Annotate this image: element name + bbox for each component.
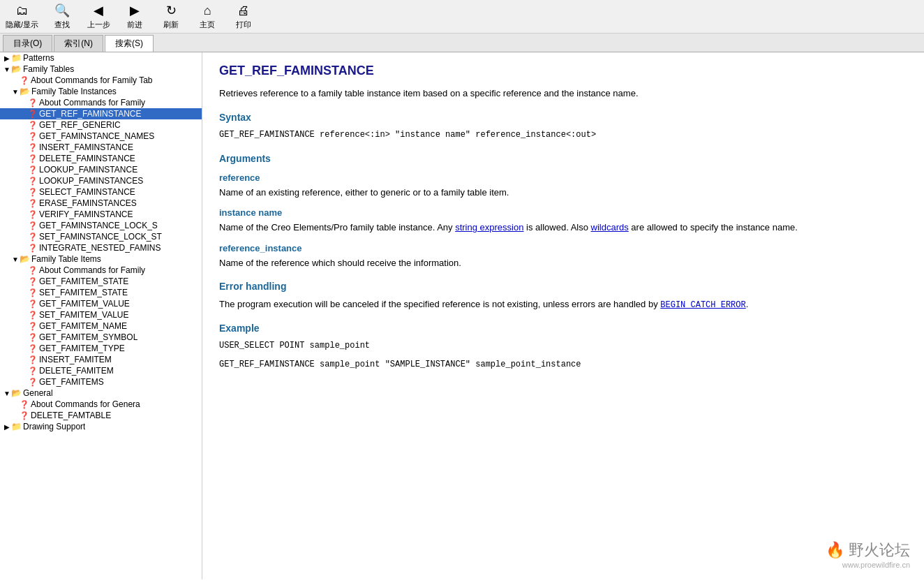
doc-icon: ❓ bbox=[28, 110, 38, 119]
sidebar-item-get-famitem-state[interactable]: ❓ GET_FAMITEM_STATE bbox=[0, 276, 202, 287]
arguments-section-title: Arguments bbox=[219, 153, 907, 164]
doc-icon: ❓ bbox=[28, 344, 38, 353]
sidebar-label-lookup-faminstances: LOOKUP_FAMINSTANCES bbox=[39, 176, 143, 186]
sidebar-label-get-famitem-symbol: GET_FAMITEM_SYMBOL bbox=[39, 332, 137, 342]
sidebar-item-insert-faminstance[interactable]: ❓ INSERT_FAMINSTANCE bbox=[0, 142, 202, 153]
string-expression-link[interactable]: string expression bbox=[455, 222, 523, 233]
sidebar-item-lookup-faminstance[interactable]: ❓ LOOKUP_FAMINSTANCE bbox=[0, 164, 202, 175]
param-instance-name: instance name bbox=[219, 207, 907, 218]
sidebar-item-set-famitem-value[interactable]: ❓ SET_FAMITEM_VALUE bbox=[0, 309, 202, 320]
back-button[interactable]: ◀ 上一步 bbox=[86, 3, 111, 30]
tab-index[interactable]: 索引(N) bbox=[54, 35, 103, 52]
doc-icon: ❓ bbox=[28, 188, 38, 197]
param-reference-name: reference bbox=[219, 172, 907, 183]
forward-label: 前进 bbox=[127, 20, 142, 30]
sidebar-item-family-table-instances[interactable]: ▼ 📂 Family Table Instances bbox=[0, 86, 202, 97]
sidebar-item-get-ref-faminstance[interactable]: ❓ GET_REF_FAMINSTANCE bbox=[0, 108, 202, 119]
doc-icon: ❓ bbox=[28, 221, 38, 230]
error-desc: The program execution will be canceled i… bbox=[219, 297, 907, 311]
sidebar-item-get-famitems[interactable]: ❓ GET_FAMITEMS bbox=[0, 376, 202, 388]
folder-icon: 📁 bbox=[11, 422, 22, 431]
syntax-section-title: Syntax bbox=[219, 112, 907, 123]
sidebar-item-verify-faminstance[interactable]: ❓ VERIFY_FAMINSTANCE bbox=[0, 209, 202, 220]
sidebar-item-get-famitem-value[interactable]: ❓ GET_FAMITEM_VALUE bbox=[0, 298, 202, 309]
search-button[interactable]: 🔍 查找 bbox=[50, 3, 75, 30]
wildcards-link[interactable]: wildcards bbox=[591, 222, 629, 233]
doc-icon: ❓ bbox=[20, 400, 29, 409]
sidebar-label-get-faminstance-names: GET_FAMINSTANCE_NAMES bbox=[39, 131, 154, 141]
sidebar-item-about-commands-genera[interactable]: ❓ About Commands for Genera bbox=[0, 399, 202, 410]
sidebar-item-set-famitem-state[interactable]: ❓ SET_FAMITEM_STATE bbox=[0, 287, 202, 298]
sidebar-item-about-commands-family-items[interactable]: ❓ About Commands for Family bbox=[0, 265, 202, 276]
sidebar-item-about-family-tab[interactable]: ❓ About Commands for Family Tab bbox=[0, 75, 202, 86]
sidebar-item-family-table-items[interactable]: ▼ 📂 Family Table Items bbox=[0, 253, 202, 265]
sidebar-item-get-famitem-symbol[interactable]: ❓ GET_FAMITEM_SYMBOL bbox=[0, 332, 202, 343]
sidebar-label-delete-famitem: DELETE_FAMITEM bbox=[39, 366, 114, 376]
sidebar-item-delete-famtable[interactable]: ❓ DELETE_FAMTABLE bbox=[0, 410, 202, 421]
forward-button[interactable]: ▶ 前进 bbox=[122, 3, 147, 30]
tab-contents[interactable]: 目录(O) bbox=[3, 35, 52, 52]
doc-icon: ❓ bbox=[28, 121, 38, 130]
sidebar-item-integrate-nested-famins[interactable]: ❓ INTEGRATE_NESTED_FAMINS bbox=[0, 242, 202, 253]
folder-icon: 📂 bbox=[20, 87, 30, 96]
refresh-button[interactable]: ↻ 刷新 bbox=[158, 3, 184, 30]
sidebar-item-delete-faminstance[interactable]: ❓ DELETE_FAMINSTANCE bbox=[0, 153, 202, 164]
sidebar-label-about-commands-family: About Commands for Family bbox=[39, 98, 145, 108]
example-section-title: Example bbox=[219, 323, 907, 334]
search-icon: 🔍 bbox=[54, 3, 70, 18]
sidebar-item-set-faminstance-lock-st[interactable]: ❓ SET_FAMINSTANCE_LOCK_ST bbox=[0, 231, 202, 242]
page-title: GET_REF_FAMINSTANCE bbox=[219, 64, 907, 78]
doc-icon: ❓ bbox=[28, 143, 38, 152]
home-button[interactable]: ⌂ 主页 bbox=[195, 3, 220, 30]
sidebar-item-delete-famitem[interactable]: ❓ DELETE_FAMITEM bbox=[0, 365, 202, 376]
sidebar-item-insert-famitem[interactable]: ❓ INSERT_FAMITEM bbox=[0, 354, 202, 365]
sidebar-item-general[interactable]: ▼ 📂 General bbox=[0, 388, 202, 399]
sidebar-label-patterns: Patterns bbox=[23, 53, 54, 63]
doc-icon: ❓ bbox=[28, 300, 38, 309]
sidebar-label-set-faminstance-lock-st: SET_FAMINSTANCE_LOCK_ST bbox=[39, 232, 162, 242]
print-label: 打印 bbox=[236, 20, 251, 30]
expand-icon: ▶ bbox=[3, 54, 11, 62]
doc-icon: ❓ bbox=[28, 177, 38, 186]
sidebar-label-family-tables: Family Tables bbox=[23, 64, 74, 74]
doc-icon: ❓ bbox=[28, 322, 38, 331]
expand-icon: ▼ bbox=[11, 88, 20, 96]
sidebar-item-family-tables[interactable]: ▼ 📂 Family Tables bbox=[0, 64, 202, 75]
toolbar: 🗂 隐藏/显示 🔍 查找 ◀ 上一步 ▶ 前进 ↻ 刷新 ⌂ 主页 🖨 打印 bbox=[0, 0, 924, 34]
sidebar-item-get-faminstance-lock-s[interactable]: ❓ GET_FAMINSTANCE_LOCK_S bbox=[0, 220, 202, 231]
sidebar-item-select-faminstance[interactable]: ❓ SELECT_FAMINSTANCE bbox=[0, 186, 202, 198]
doc-icon: ❓ bbox=[28, 244, 38, 253]
watermark-logo: 🔥 野火论坛 bbox=[826, 540, 910, 561]
sidebar-item-patterns[interactable]: ▶ 📁 Patterns bbox=[0, 52, 202, 64]
sidebar-label-delete-faminstance: DELETE_FAMINSTANCE bbox=[39, 154, 135, 163]
sidebar-item-get-famitem-type[interactable]: ❓ GET_FAMITEM_TYPE bbox=[0, 343, 202, 354]
back-label: 上一步 bbox=[87, 20, 110, 30]
hide-show-button[interactable]: 🗂 隐藏/显示 bbox=[6, 3, 38, 30]
param-reference-instance-desc: Name of the reference which should recei… bbox=[219, 256, 907, 270]
sidebar-label-about-commands-genera: About Commands for Genera bbox=[31, 399, 140, 409]
sidebar-label-insert-famitem: INSERT_FAMITEM bbox=[39, 355, 112, 364]
doc-icon: ❓ bbox=[28, 378, 38, 387]
sidebar-label-select-faminstance: SELECT_FAMINSTANCE bbox=[39, 187, 135, 197]
param-reference-instance-name: reference_instance bbox=[219, 243, 907, 253]
sidebar-item-get-ref-generic[interactable]: ❓ GET_REF_GENERIC bbox=[0, 119, 202, 131]
sidebar-label-family-table-instances: Family Table Instances bbox=[31, 87, 117, 96]
sidebar-item-about-commands-family[interactable]: ❓ About Commands for Family bbox=[0, 97, 202, 108]
print-button[interactable]: 🖨 打印 bbox=[231, 3, 256, 30]
watermark-url: www.proewildfire.cn bbox=[826, 561, 910, 569]
sidebar-item-erase-faminstances[interactable]: ❓ ERASE_FAMINSTANCES bbox=[0, 198, 202, 209]
folder-icon: 📁 bbox=[11, 53, 22, 63]
expand-icon: ▼ bbox=[3, 66, 11, 73]
sidebar-item-lookup-faminstances[interactable]: ❓ LOOKUP_FAMINSTANCES bbox=[0, 175, 202, 186]
begin-catch-error-link[interactable]: BEGIN_CATCH_ERROR bbox=[660, 300, 745, 310]
sidebar-label-set-famitem-value: SET_FAMITEM_VALUE bbox=[39, 310, 128, 320]
sidebar-item-drawing-support[interactable]: ▶ 📁 Drawing Support bbox=[0, 421, 202, 432]
sidebar-label-get-ref-generic: GET_REF_GENERIC bbox=[39, 120, 121, 130]
example-code-2: GET_REF_FAMINSTANCE sample_point "SAMPLE… bbox=[219, 358, 907, 371]
tab-search[interactable]: 搜索(S) bbox=[105, 35, 154, 52]
folder-icon: 📂 bbox=[20, 254, 30, 264]
home-label: 主页 bbox=[200, 20, 215, 30]
sidebar-item-get-famitem-name[interactable]: ❓ GET_FAMITEM_NAME bbox=[0, 320, 202, 332]
sidebar-item-get-faminstance-names[interactable]: ❓ GET_FAMINSTANCE_NAMES bbox=[0, 131, 202, 142]
syntax-code: GET_REF_FAMINSTANCE reference<:in> "inst… bbox=[219, 128, 907, 142]
